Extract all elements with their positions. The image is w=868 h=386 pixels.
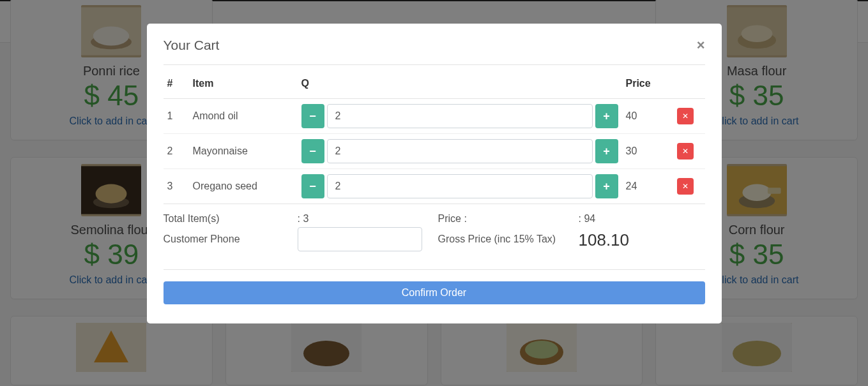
row-price: 30: [622, 134, 673, 169]
col-header-qty: Q: [298, 69, 622, 99]
plus-icon: +: [603, 110, 610, 123]
row-price: 40: [622, 99, 673, 134]
close-icon: ✕: [682, 147, 689, 156]
cart-modal: Your Cart × # Item Q Price 1 Amond oil −: [147, 24, 722, 323]
minus-icon: −: [309, 145, 316, 158]
gross-price-label: Gross Price (inc 15% Tax): [438, 234, 579, 245]
table-row: 2 Mayonnaise − + 30 ✕: [164, 134, 705, 169]
gross-price-value: 108.10: [579, 230, 705, 250]
row-number: 1: [164, 99, 189, 134]
modal-title: Your Cart: [164, 38, 220, 53]
confirm-order-button[interactable]: Confirm Order: [164, 281, 705, 304]
price-value: 94: [579, 213, 705, 225]
qty-increment-button[interactable]: +: [595, 139, 618, 163]
qty-input[interactable]: [327, 139, 593, 163]
total-items-label: Total Item(s): [164, 213, 298, 225]
customer-phone-label: Customer Phone: [164, 234, 298, 245]
col-header-item: Item: [189, 69, 298, 99]
remove-item-button[interactable]: ✕: [677, 108, 694, 124]
close-icon: ✕: [682, 182, 689, 191]
row-number: 3: [164, 169, 189, 204]
qty-input[interactable]: [327, 174, 593, 198]
row-item: Amond oil: [189, 99, 298, 134]
row-number: 2: [164, 134, 189, 169]
row-price: 24: [622, 169, 673, 204]
col-header-number: #: [164, 69, 189, 99]
qty-input[interactable]: [327, 104, 593, 128]
price-label: Price :: [438, 213, 579, 225]
qty-decrement-button[interactable]: −: [301, 174, 324, 198]
qty-decrement-button[interactable]: −: [301, 104, 324, 128]
minus-icon: −: [309, 180, 316, 193]
qty-increment-button[interactable]: +: [595, 174, 618, 198]
remove-item-button[interactable]: ✕: [677, 143, 694, 160]
table-row: 3 Oregano seed − + 24 ✕: [164, 169, 705, 204]
remove-item-button[interactable]: ✕: [677, 178, 694, 195]
customer-phone-input[interactable]: [298, 227, 422, 251]
table-row: 1 Amond oil − + 40 ✕: [164, 99, 705, 134]
total-items-value: 3: [298, 213, 438, 225]
plus-icon: +: [603, 145, 610, 158]
close-icon[interactable]: ×: [697, 38, 705, 52]
qty-increment-button[interactable]: +: [595, 104, 618, 128]
row-item: Mayonnaise: [189, 134, 298, 169]
col-header-price: Price: [622, 69, 673, 99]
plus-icon: +: [603, 180, 610, 193]
row-item: Oregano seed: [189, 169, 298, 204]
qty-decrement-button[interactable]: −: [301, 139, 324, 163]
close-icon: ✕: [682, 112, 689, 121]
minus-icon: −: [309, 110, 316, 123]
cart-table: # Item Q Price 1 Amond oil − + 40: [164, 69, 705, 204]
